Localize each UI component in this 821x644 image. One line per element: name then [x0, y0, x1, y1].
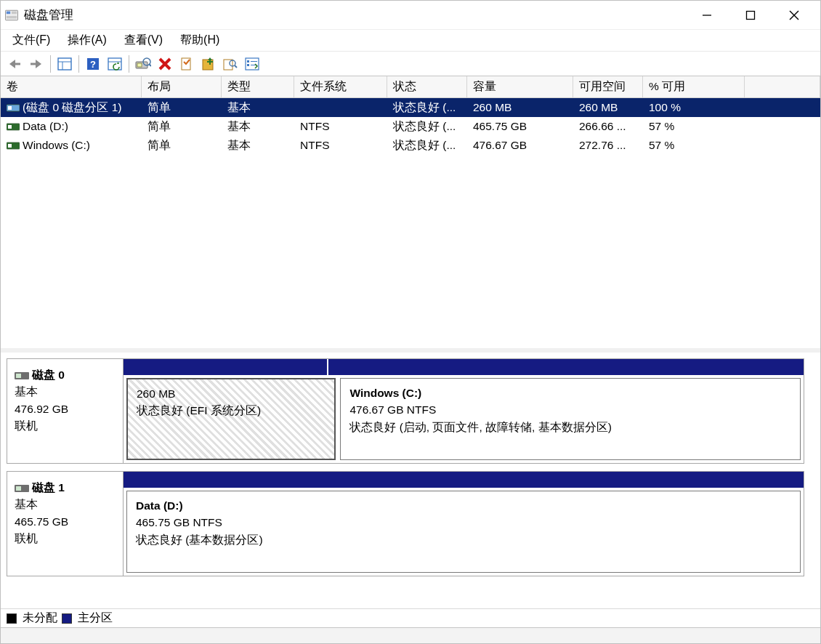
legend-unallocated: 未分配	[23, 611, 57, 626]
col-free[interactable]: 可用空间	[573, 76, 643, 97]
svg-rect-32	[8, 106, 12, 110]
disk-row[interactable]: 磁盘 1基本465.75 GB联机Data (D:)465.75 GB NTFS…	[7, 471, 804, 576]
svg-rect-3	[7, 15, 17, 18]
menu-help[interactable]: 帮助(H)	[171, 30, 228, 51]
properties-button[interactable]	[176, 53, 198, 75]
svg-rect-10	[58, 58, 71, 70]
svg-rect-8	[15, 63, 20, 65]
disk-label[interactable]: 磁盘 1基本465.75 GB联机	[7, 472, 124, 576]
legend-primary-swatch	[62, 613, 72, 624]
app-icon	[5, 9, 18, 21]
svg-text:?: ?	[90, 59, 96, 70]
maximize-button[interactable]	[729, 1, 772, 30]
svg-rect-27	[247, 60, 249, 63]
volume-row[interactable]: (磁盘 0 磁盘分区 1)简单基本状态良好 (...260 MB260 MB10…	[1, 98, 820, 117]
svg-rect-5	[747, 11, 755, 19]
show-console-button[interactable]	[54, 53, 76, 75]
refresh-button[interactable]	[104, 53, 126, 75]
svg-rect-9	[31, 63, 36, 65]
menu-file[interactable]: 文件(F)	[4, 30, 59, 51]
svg-rect-40	[16, 486, 21, 491]
status-bar	[1, 627, 820, 643]
new-button[interactable]	[198, 53, 219, 75]
svg-rect-18	[137, 63, 142, 67]
menu-view[interactable]: 查看(V)	[116, 30, 171, 51]
find-button[interactable]	[219, 53, 241, 75]
col-filesystem[interactable]: 文件系统	[294, 76, 387, 97]
menu-action[interactable]: 操作(A)	[59, 30, 115, 51]
rescan-button[interactable]	[132, 53, 154, 75]
minimize-button[interactable]	[685, 1, 729, 30]
back-button[interactable]	[4, 53, 25, 75]
disk-map: 磁盘 0基本476.92 GB联机260 MB状态良好 (EFI 系统分区)Wi…	[1, 353, 820, 627]
svg-rect-38	[16, 374, 21, 378]
legend-primary: 主分区	[78, 611, 113, 626]
disk-strip-segment	[124, 359, 328, 375]
partition[interactable]: 260 MB状态良好 (EFI 系统分区)	[126, 378, 336, 460]
disk-icon	[15, 480, 29, 491]
svg-rect-36	[8, 144, 12, 148]
svg-rect-28	[247, 64, 249, 66]
toolbar: ?	[1, 52, 820, 76]
disk-strip-segment	[124, 472, 804, 488]
col-pct[interactable]: % 可用	[643, 76, 745, 97]
window: 磁盘管理 文件(F) 操作(A) 查看(V) 帮助(H) ?	[0, 0, 821, 644]
disk-label[interactable]: 磁盘 0基本476.92 GB联机	[7, 359, 124, 463]
svg-rect-34	[8, 125, 12, 129]
help-button[interactable]: ?	[82, 53, 104, 75]
partition[interactable]: Data (D:)465.75 GB NTFS状态良好 (基本数据分区)	[126, 491, 801, 573]
legend: 未分配 主分区	[1, 608, 820, 627]
close-button[interactable]	[772, 1, 816, 30]
delete-button[interactable]	[154, 53, 176, 75]
menu-bar: 文件(F) 操作(A) 查看(V) 帮助(H)	[1, 30, 820, 52]
col-volume[interactable]: 卷	[1, 76, 142, 97]
volume-list: 卷 布局 类型 文件系统 状态 容量 可用空间 % 可用 (磁盘 0 磁盘分区 …	[1, 76, 820, 353]
volume-row[interactable]: Data (D:)简单基本NTFS状态良好 (...465.75 GB266.6…	[1, 117, 820, 136]
svg-line-20	[149, 64, 151, 66]
svg-rect-2	[12, 11, 17, 14]
volume-row[interactable]: Windows (C:)简单基本NTFS状态良好 (...476.67 GB27…	[1, 136, 820, 155]
disk-map-scroll[interactable]: 磁盘 0基本476.92 GB联机260 MB状态良好 (EFI 系统分区)Wi…	[1, 353, 820, 608]
svg-line-25	[235, 65, 237, 68]
list-button[interactable]	[241, 53, 263, 75]
col-capacity[interactable]: 容量	[467, 76, 573, 97]
col-status[interactable]: 状态	[387, 76, 467, 97]
disk-strip-segment	[328, 359, 804, 375]
legend-unallocated-swatch	[7, 613, 17, 624]
svg-rect-1	[7, 11, 10, 14]
window-title: 磁盘管理	[24, 7, 73, 23]
title-bar[interactable]: 磁盘管理	[1, 1, 820, 30]
volume-header: 卷 布局 类型 文件系统 状态 容量 可用空间 % 可用	[1, 76, 820, 98]
col-type[interactable]: 类型	[222, 76, 294, 97]
col-layout[interactable]: 布局	[142, 76, 222, 97]
forward-button[interactable]	[25, 53, 47, 75]
disk-row[interactable]: 磁盘 0基本476.92 GB联机260 MB状态良好 (EFI 系统分区)Wi…	[7, 358, 804, 464]
volume-body[interactable]: (磁盘 0 磁盘分区 1)简单基本状态良好 (...260 MB260 MB10…	[1, 98, 820, 348]
partition[interactable]: Windows (C:)476.67 GB NTFS状态良好 (启动, 页面文件…	[340, 378, 801, 460]
disk-icon	[15, 368, 29, 378]
